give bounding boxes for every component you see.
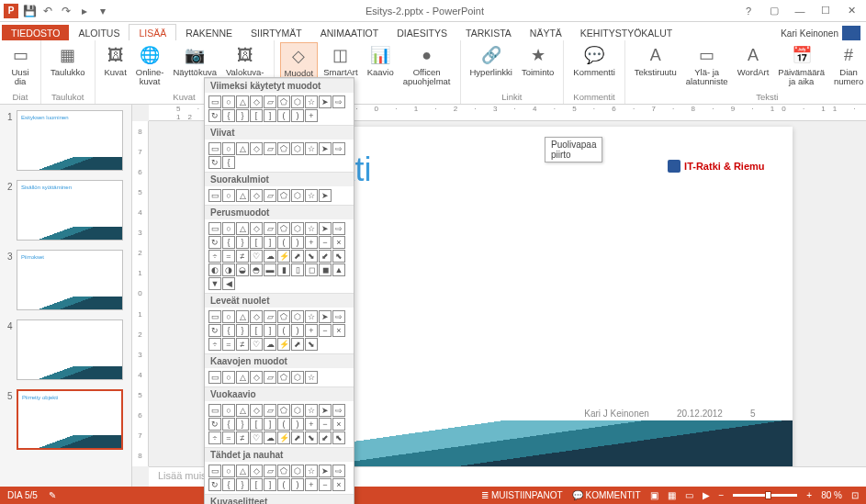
zoom-level[interactable]: 80 % [821,490,842,500]
ribbon-päivämäärä-ja-aika[interactable]: 📅Päivämäärä ja aika [774,42,828,92]
shape-item[interactable]: } [236,324,249,337]
zoom-out-icon[interactable]: − [719,490,725,500]
shape-item[interactable]: ▲ [332,263,345,276]
shape-item[interactable]: ▱ [264,465,276,477]
shape-item[interactable]: ↻ [208,324,221,337]
shape-item[interactable]: ◓ [250,263,263,276]
shapes-dropdown[interactable]: Puolivapaa piirto Viimeksi käytetyt muod… [204,77,354,504]
shape-item[interactable]: } [236,418,249,431]
shape-item[interactable]: ○ [222,404,235,417]
shape-item[interactable]: } [236,236,249,249]
shape-item[interactable]: ⬋ [319,250,332,263]
thumbnail[interactable]: Esityksen luominen [17,110,123,171]
shape-item[interactable]: ▬ [264,263,276,276]
tab-aloitus[interactable]: ALOITUS [69,25,129,40]
ribbon-kommentti[interactable]: 💬Kommentti [569,42,618,92]
shape-item[interactable]: ▮ [277,263,290,276]
shape-item[interactable]: ▱ [264,404,276,417]
shape-item[interactable]: ☆ [305,142,318,155]
shape-item[interactable]: ◒ [236,263,249,276]
shape-item[interactable]: ☁ [264,338,276,351]
shape-item[interactable]: ◇ [250,222,263,235]
shape-item[interactable]: ◇ [250,142,263,155]
undo-icon[interactable]: ↶ [40,4,55,18]
shape-item[interactable]: ] [264,324,276,337]
shape-item[interactable]: ▱ [264,222,276,235]
shape-item[interactable]: ↻ [208,109,221,122]
tab-animaatiot[interactable]: ANIMAATIOT [311,25,388,40]
shape-item[interactable]: = [222,338,235,351]
shape-item[interactable]: △ [236,371,249,384]
shape-item[interactable]: ÷ [208,431,221,444]
shape-item[interactable]: − [319,236,332,249]
shape-item[interactable]: ♡ [250,431,263,444]
shape-item[interactable]: [ [250,236,263,249]
shape-item[interactable]: ⚡ [277,250,290,263]
comments-button[interactable]: 💬 KOMMENTIT [572,490,641,500]
shape-item[interactable]: △ [236,95,249,108]
view-reading-icon[interactable]: ▭ [685,490,693,500]
shape-item[interactable]: ▭ [208,310,221,323]
shape-item[interactable]: △ [236,465,249,477]
shape-item[interactable]: ▭ [208,404,221,417]
shape-item[interactable]: [ [250,418,263,431]
shape-item[interactable]: ( [277,109,290,122]
shape-item[interactable]: ⬠ [277,404,290,417]
shape-item[interactable]: + [305,478,318,491]
thumbnail-wrap[interactable]: 1Esityksen luominen [7,110,124,171]
shape-item[interactable]: △ [236,142,249,155]
spellcheck-icon[interactable]: ✎ [49,490,56,500]
shape-item[interactable]: ⬊ [305,338,318,351]
shape-item[interactable]: ◇ [250,189,263,202]
shape-item[interactable]: ➤ [319,95,332,108]
thumbnail-wrap[interactable]: 2Sisällön syöttäminen [7,180,124,241]
shape-item[interactable]: ⇨ [332,222,345,235]
thumbnail[interactable]: Piirretty objekti [17,389,123,450]
shape-item[interactable]: ☆ [305,465,318,477]
shape-item[interactable]: ♡ [250,338,263,351]
shape-item[interactable]: ⬊ [305,431,318,444]
tab-lisää[interactable]: LISÄÄ [129,24,176,40]
shape-item[interactable]: ⬡ [291,371,304,384]
shape-item[interactable]: = [222,431,235,444]
view-sorter-icon[interactable]: ▦ [668,490,676,500]
redo-icon[interactable]: ↷ [59,4,73,18]
thumbnail[interactable]: Piirrokset [17,250,123,310]
shape-item[interactable]: ▱ [264,142,276,155]
shape-item[interactable]: ○ [222,465,235,477]
tab-tarkista[interactable]: TARKISTA [456,25,521,40]
shape-item[interactable]: ▱ [264,95,276,108]
zoom-slider[interactable] [733,494,797,497]
shape-item[interactable]: ⇨ [332,142,345,155]
shape-item[interactable]: ⬡ [291,222,304,235]
shape-item[interactable]: = [222,250,235,263]
shape-item[interactable]: ≠ [236,431,249,444]
shape-item[interactable]: ➤ [319,310,332,323]
save-icon[interactable]: 💾 [22,4,37,18]
ribbon-taulukko[interactable]: ▦Taulukko [47,42,89,92]
shape-item[interactable]: + [305,418,318,431]
shape-item[interactable]: ☆ [305,404,318,417]
shape-item[interactable]: ⬡ [291,95,304,108]
shape-item[interactable]: △ [236,189,249,202]
shape-item[interactable]: ◻ [305,263,318,276]
thumbnail-wrap[interactable]: 4 [7,319,124,380]
shape-item[interactable]: + [305,324,318,337]
shape-item[interactable]: { [222,478,235,491]
shape-item[interactable]: ⬈ [291,431,304,444]
shape-item[interactable]: + [305,109,318,122]
shape-item[interactable]: × [332,478,345,491]
view-normal-icon[interactable]: ▣ [650,490,658,500]
ribbon-tekstiruutu[interactable]: ATekstiruutu [631,42,680,92]
shape-item[interactable]: ⚡ [277,431,290,444]
shape-item[interactable]: ⇨ [332,310,345,323]
slideshow-icon[interactable]: ▸ [77,4,92,18]
shape-item[interactable]: ≠ [236,250,249,263]
shape-item[interactable]: ] [264,109,276,122]
shape-item[interactable]: ▭ [208,95,221,108]
shape-item[interactable]: ) [291,109,304,122]
shape-item[interactable]: − [319,418,332,431]
thumbnails-pane[interactable]: 1Esityksen luominen2Sisällön syöttäminen… [0,105,132,487]
shape-item[interactable]: ⬈ [291,338,304,351]
shape-item[interactable]: } [236,109,249,122]
